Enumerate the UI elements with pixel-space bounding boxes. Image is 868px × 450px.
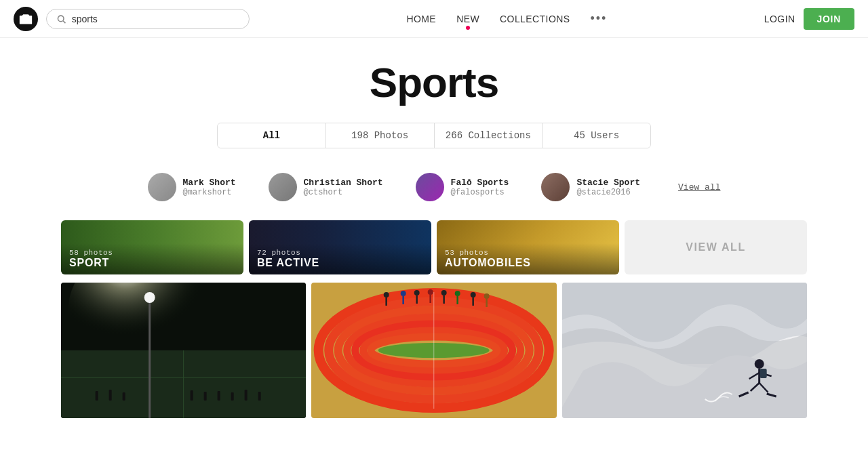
svg-line-1 xyxy=(63,20,65,22)
svg-rect-12 xyxy=(191,390,193,401)
search-input[interactable]: sports xyxy=(72,14,239,24)
user-item[interactable]: Stacie Sport @stacie2016 xyxy=(541,173,640,201)
search-icon xyxy=(56,14,66,24)
svg-rect-10 xyxy=(109,390,112,401)
collection-name: BE ACTIVE xyxy=(257,257,423,269)
nav-more[interactable]: ••• xyxy=(590,12,607,26)
svg-point-0 xyxy=(58,16,64,22)
svg-point-31 xyxy=(428,289,433,295)
user-handle: @stacie2016 xyxy=(576,188,640,197)
users-row: Mark Short @markshort Christian Short @c… xyxy=(14,173,854,201)
user-name: Christian Short xyxy=(304,178,383,188)
photo-image xyxy=(311,283,556,418)
svg-point-8 xyxy=(144,292,155,303)
auth-buttons: LOGIN JOIN xyxy=(764,8,854,30)
collection-count: 58 photos xyxy=(69,249,235,257)
logo[interactable] xyxy=(14,7,38,31)
user-handle: @markshort xyxy=(183,188,236,197)
login-button[interactable]: LOGIN xyxy=(764,14,795,24)
nav-home[interactable]: HOME xyxy=(406,14,436,24)
view-all-link[interactable]: View all xyxy=(678,182,720,192)
user-item[interactable]: Mark Short @markshort xyxy=(148,173,236,201)
user-item[interactable]: Christian Short @ctshort xyxy=(269,173,383,201)
search-bar[interactable]: sports xyxy=(46,9,250,29)
svg-point-46 xyxy=(754,359,764,369)
user-name: Falô Sports xyxy=(451,178,509,188)
svg-rect-14 xyxy=(218,391,220,401)
page-title: Sports xyxy=(14,58,854,106)
svg-rect-11 xyxy=(123,392,125,401)
svg-rect-54 xyxy=(760,369,766,378)
collection-count: 53 photos xyxy=(445,249,611,257)
tab-users[interactable]: 45 Users xyxy=(542,123,650,148)
camera-icon xyxy=(19,12,33,26)
header: sports HOME NEW COLLECTIONS ••• LOGIN JO… xyxy=(0,0,868,38)
photo-image xyxy=(562,283,807,418)
avatar xyxy=(148,173,176,201)
tab-collections[interactable]: 266 Collections xyxy=(435,123,543,148)
tab-all[interactable]: All xyxy=(218,123,326,148)
user-item[interactable]: Falô Sports @falosports xyxy=(416,173,509,201)
svg-rect-9 xyxy=(96,391,98,401)
avatar xyxy=(416,173,444,201)
collections-row: 58 photos SPORT 72 photos BE ACTIVE 53 p… xyxy=(14,220,854,274)
photo-card[interactable] xyxy=(311,283,556,418)
collections-view-all-button[interactable]: VIEW ALL xyxy=(625,220,807,274)
photo-card[interactable] xyxy=(61,283,306,418)
user-handle: @falosports xyxy=(451,188,509,197)
join-button[interactable]: JOIN xyxy=(804,8,854,30)
svg-point-32 xyxy=(441,290,447,295)
collection-name: SPORT xyxy=(69,257,235,269)
user-name: Stacie Sport xyxy=(576,178,640,188)
svg-rect-15 xyxy=(231,392,234,401)
tab-photos[interactable]: 198 Photos xyxy=(326,123,435,148)
collection-count: 72 photos xyxy=(257,249,423,257)
svg-point-33 xyxy=(455,291,460,296)
photo-svg xyxy=(61,283,306,418)
svg-point-29 xyxy=(401,291,406,296)
user-handle: @ctshort xyxy=(304,188,383,197)
collections-view-all-label: VIEW ALL xyxy=(686,241,746,253)
svg-point-28 xyxy=(384,292,389,298)
photo-image xyxy=(61,283,306,418)
user-name: Mark Short xyxy=(183,178,236,188)
photo-svg xyxy=(311,283,556,418)
main-content: Sports All 198 Photos 266 Collections 45… xyxy=(0,58,868,418)
photos-grid xyxy=(14,283,854,418)
main-nav: HOME NEW COLLECTIONS ••• xyxy=(406,12,607,26)
svg-point-30 xyxy=(414,290,420,295)
svg-point-35 xyxy=(484,293,490,299)
avatar xyxy=(541,173,570,201)
nav-collections[interactable]: COLLECTIONS xyxy=(500,14,570,24)
filter-tabs: All 198 Photos 266 Collections 45 Users xyxy=(217,123,651,148)
collection-card-auto[interactable]: 53 photos AUTOMOBILES xyxy=(437,220,619,274)
svg-rect-13 xyxy=(204,392,207,401)
svg-rect-16 xyxy=(245,390,248,401)
photo-svg xyxy=(562,283,807,418)
photo-card[interactable] xyxy=(562,283,807,418)
avatar xyxy=(269,173,297,201)
collection-card-active[interactable]: 72 photos BE ACTIVE xyxy=(249,220,431,274)
svg-rect-17 xyxy=(258,392,261,401)
collection-card-sport[interactable]: 58 photos SPORT xyxy=(61,220,243,274)
collection-name: AUTOMOBILES xyxy=(445,257,611,269)
svg-point-34 xyxy=(471,292,476,298)
nav-new[interactable]: NEW xyxy=(456,14,479,24)
